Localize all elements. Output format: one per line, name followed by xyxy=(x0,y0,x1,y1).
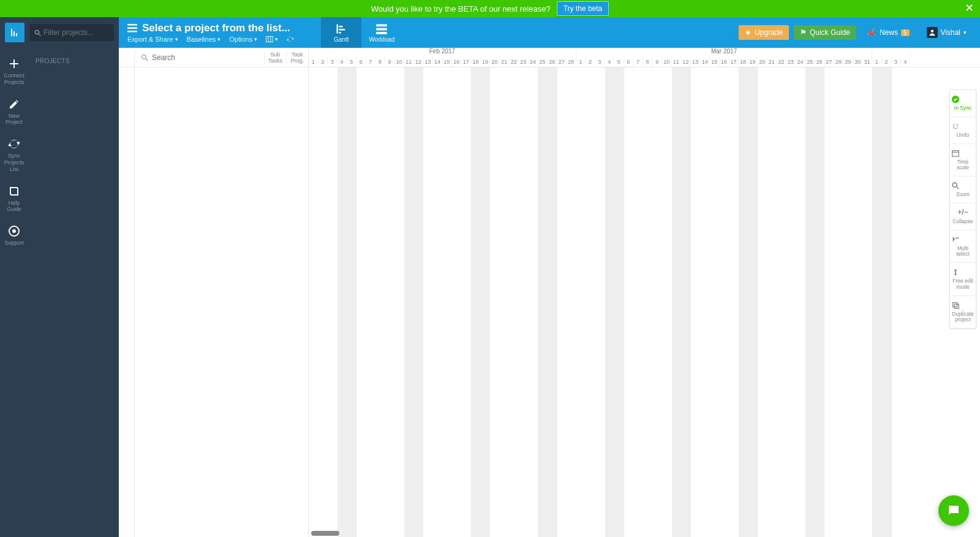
day-column xyxy=(510,67,519,537)
task-search-input[interactable] xyxy=(152,53,258,62)
news-badge: 5 xyxy=(901,29,910,36)
day-column xyxy=(452,67,462,537)
tab-gantt[interactable]: Gantt xyxy=(321,17,361,48)
day-column xyxy=(404,67,414,537)
refresh-button[interactable] xyxy=(287,36,294,43)
day-label: 7 xyxy=(366,56,376,67)
rail-item-zoom[interactable]: Zoom xyxy=(950,177,976,204)
quick-guide-button[interactable]: ⚑ Quick Guide xyxy=(794,25,856,40)
flag-icon: ⚑ xyxy=(800,28,807,37)
beta-message: Would you like to try the BETA of our ne… xyxy=(371,4,551,13)
columns-menu[interactable]: ▾ xyxy=(266,36,278,43)
filter-projects-input-wrap[interactable] xyxy=(29,24,114,41)
rail-item-multi-select[interactable]: Multi select xyxy=(950,230,976,264)
help-guide-button[interactable]: Help Guide xyxy=(4,179,24,219)
hamburger-icon[interactable] xyxy=(127,24,137,32)
day-column xyxy=(529,67,538,537)
day-column xyxy=(672,67,682,537)
new-project-button[interactable]: New Project xyxy=(3,92,25,132)
rail-item-undo[interactable]: Undo xyxy=(950,117,976,144)
day-column xyxy=(786,67,796,537)
day-label: 9 xyxy=(652,56,662,67)
avatar xyxy=(927,27,938,38)
day-column xyxy=(710,67,720,537)
day-column xyxy=(662,67,672,537)
day-column xyxy=(414,67,424,537)
day-label: 4 xyxy=(901,56,911,67)
day-label: 28 xyxy=(567,56,576,67)
day-label: 24 xyxy=(529,56,538,67)
baselines-menu[interactable]: Baselines▾ xyxy=(187,36,221,43)
day-label: 15 xyxy=(442,56,452,67)
day-column xyxy=(586,67,595,537)
grid-body xyxy=(119,67,980,537)
sidebar-item-label: Sync Projects List xyxy=(4,153,24,172)
tab-label: Workload xyxy=(369,36,394,43)
day-column xyxy=(739,67,748,537)
upgrade-button[interactable]: ★ Upgrade xyxy=(739,25,789,40)
col-task-prog[interactable]: Task Prog. xyxy=(286,51,308,64)
day-column xyxy=(691,67,701,537)
svg-line-20 xyxy=(957,187,959,189)
tab-workload[interactable]: Workload xyxy=(361,17,402,48)
export-share-menu[interactable]: Export & Share▾ xyxy=(127,36,178,43)
rail-item-in-sync[interactable]: In Sync xyxy=(950,90,976,117)
day-label: 2 xyxy=(882,56,892,67)
horizontal-scrollbar-thumb[interactable] xyxy=(311,531,339,536)
sidebar-item-label: Connect Projects xyxy=(4,72,24,85)
timeline-body[interactable] xyxy=(309,67,980,537)
search-icon xyxy=(34,29,41,36)
toolbar: Select a project from the list... Export… xyxy=(119,17,980,48)
day-label: 18 xyxy=(471,56,481,67)
rail-item-free-edit-mode[interactable]: Free edit mode xyxy=(950,263,976,296)
day-column xyxy=(433,67,443,537)
day-label: 21 xyxy=(767,56,777,67)
day-label: 29 xyxy=(843,56,853,67)
sidebar: Connect Projects New Project Sync Projec… xyxy=(0,17,119,537)
rail-icon xyxy=(951,301,974,310)
day-column xyxy=(805,67,815,537)
svg-point-19 xyxy=(952,183,957,187)
svg-rect-22 xyxy=(954,304,959,308)
day-label: 27 xyxy=(557,56,567,67)
svg-rect-5 xyxy=(127,28,137,29)
rail-icon xyxy=(951,181,974,190)
main: Select a project from the list... Export… xyxy=(119,17,980,537)
day-label: 12 xyxy=(681,56,691,67)
user-menu[interactable]: Vishal ▾ xyxy=(921,24,973,41)
rail-item-collapse[interactable]: +/−Collapse xyxy=(950,204,976,230)
day-label: 8 xyxy=(375,56,385,67)
rail-icon xyxy=(951,95,974,104)
chat-button[interactable] xyxy=(938,495,969,526)
try-beta-button[interactable]: Try the beta xyxy=(557,1,609,16)
day-column xyxy=(872,67,882,537)
day-column xyxy=(758,67,767,537)
options-menu[interactable]: Options▾ xyxy=(229,36,257,43)
day-column xyxy=(834,67,844,537)
day-label: 10 xyxy=(394,56,404,67)
support-button[interactable]: Support xyxy=(2,219,26,253)
day-column xyxy=(366,67,376,537)
rail-item-duplicate-project[interactable]: Duplicate project xyxy=(950,296,976,329)
col-sub-tasks[interactable]: Sub Tasks xyxy=(264,51,286,64)
day-column xyxy=(624,67,634,537)
sync-projects-button[interactable]: Sync Projects List xyxy=(0,132,28,178)
svg-line-15 xyxy=(146,58,148,61)
day-label: 23 xyxy=(786,56,796,67)
filter-projects-input[interactable] xyxy=(43,28,109,37)
sidebar-item-label: Help Guide xyxy=(7,200,21,213)
day-column xyxy=(729,67,739,537)
day-label: 27 xyxy=(824,56,834,67)
day-label: 11 xyxy=(404,56,414,67)
close-icon[interactable]: ✕ xyxy=(965,1,974,15)
day-label: 19 xyxy=(748,56,758,67)
projects-header: PROJECTS xyxy=(4,58,119,64)
day-column xyxy=(471,67,481,537)
day-label: 3 xyxy=(595,56,605,67)
news-button[interactable]: 📣 News 5 xyxy=(861,25,916,40)
app-logo[interactable] xyxy=(5,23,24,42)
rail-item-time-scale[interactable]: Time scale xyxy=(950,144,976,177)
day-label: 16 xyxy=(452,56,462,67)
svg-rect-17 xyxy=(952,150,959,156)
day-label: 17 xyxy=(729,56,739,67)
